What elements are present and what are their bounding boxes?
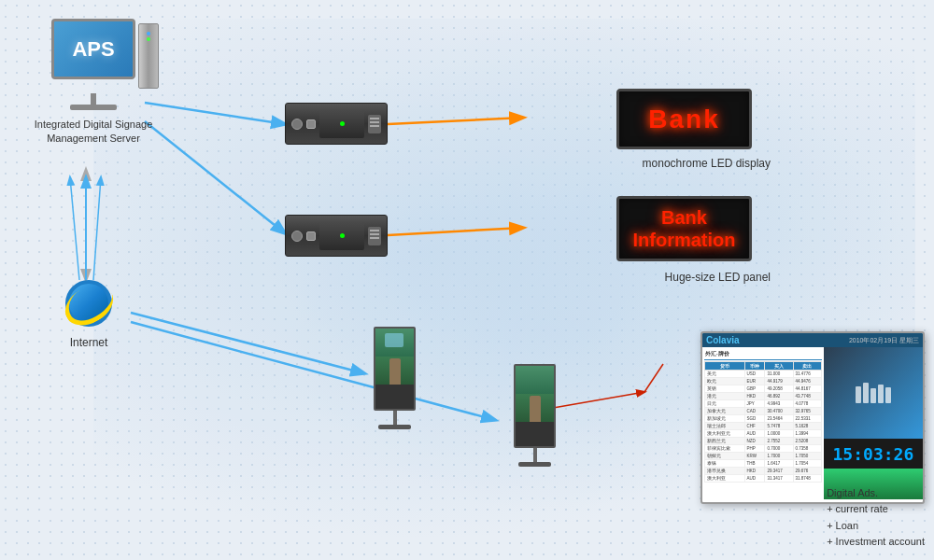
hw-pin-6 [370,237,379,239]
kiosk-image-2 [516,366,554,422]
kiosk-screen-1 [374,327,416,411]
led-bank-text: Bank [648,105,719,134]
tower-case [138,23,159,89]
tower-led-blue [147,32,150,35]
internet-icon: Internet [51,280,126,349]
hw-body-1 [319,110,364,138]
table-row: 瑞士法郎CHF5.74785.1628 [705,423,822,430]
kiosk-stand-1 [393,411,397,425]
svg-line-10 [70,177,79,280]
svg-line-4 [131,322,495,420]
ads-datetime: 2010年02月19日 星期三 [849,336,919,345]
hardware-box-2 [285,215,388,257]
ads-col-buy: 买入 [765,362,793,371]
monitor-screen: APS [51,19,135,79]
hw-port-1 [291,119,303,130]
kiosk-1 [369,327,420,429]
ads-people-image [824,347,923,439]
svg-line-5 [388,118,523,124]
kiosk-stand-2 [533,448,537,462]
table-row: 加拿大元CAD30.470032.9765 [705,408,822,415]
server-description: Integrated Digital Signage Management Se… [28,118,159,147]
kiosk-bottom-2 [516,422,554,446]
hw-connector-2 [368,227,381,245]
kiosk-base-1 [378,425,411,429]
ads-label-line3: + Loan [827,518,925,535]
kiosk-screen-2 [514,364,556,448]
svg-line-3 [131,313,364,373]
hw-port-3 [291,231,303,242]
table-row: 新西兰元NZD2.75522.5208 [705,438,822,445]
person-5 [885,387,891,403]
ads-logo: Colavia [706,335,740,345]
hw-connector-1 [368,115,381,133]
person-3 [870,388,876,403]
table-row: 朝鲜元KRW1.70001.7050 [705,453,822,460]
person-2 [863,383,869,403]
table-row: 英镑GBP49.205844.8167 [705,385,822,393]
person-4 [878,385,884,403]
internet-label: Internet [51,336,126,349]
hw-pin-3 [370,125,379,127]
ads-label-area: Digital Ads. + current rate + Loan + Inv… [827,485,925,551]
led-huge-label: Huge-size LED panel [665,271,771,284]
monitor-base [70,105,117,110]
ads-table-section: 外汇·牌价 货币 币种 买入 卖出 美元USD31.00031.4776欧元EU… [702,347,824,499]
led-huge-display: Bank Information [616,196,752,261]
kiosk-base-2 [518,462,551,467]
kiosk-image-1 [375,329,414,385]
svg-line-8 [644,364,663,392]
person-1 [856,386,861,403]
ads-clock: 15:03:26 [824,439,923,469]
digital-ads-screen: Colavia 2010年02月19日 星期三 外汇·牌价 货币 币种 买入 卖… [700,331,925,504]
hardware-box-1 [285,103,388,145]
table-row: 新加坡元SGD23.546422.5331 [705,415,822,423]
ads-table: 货币 币种 买入 卖出 美元USD31.00031.4776欧元EUR44.91… [704,361,822,483]
hw-body-2 [319,222,364,250]
ads-body: 外汇·牌价 货币 币种 买入 卖出 美元USD31.00031.4776欧元EU… [702,347,923,499]
ads-col-sell: 卖出 [793,362,821,371]
ads-section-title: 外汇·牌价 [704,349,822,360]
hw-port-4 [306,231,316,241]
people-silhouette [856,383,891,403]
monitor-stand [91,93,96,105]
table-row: 港元HKD46.89243.7748 [705,393,822,400]
table-row: 美元USD31.00031.4776 [705,371,822,378]
led-mono-display: Bank [616,89,752,149]
table-row: 欧元EUR44.917944.9476 [705,378,822,385]
table-row: 澳大利亚元AUD1.00001.3994 [705,430,822,438]
svg-line-2 [145,121,285,233]
hw-pin-1 [370,118,379,119]
led-bank-info-text: Bank Information [633,206,736,251]
led-mono-label: monochrome LED display [643,157,771,170]
hw-pin-2 [370,121,379,123]
hw-port-2 [306,119,316,129]
svg-line-6 [388,228,523,235]
table-row: 澳大利亚AUD31.341731.8748 [705,475,822,483]
tower-led-green [147,37,150,41]
hw-led-2 [340,233,345,238]
aps-monitor: APS [47,19,140,93]
table-row: 港币兑换HKD29.341729.676 [705,468,822,475]
ads-col-currency: 货币 [705,362,745,371]
table-row: 泰铢THB1.64171.7054 [705,460,822,468]
hw-pin-4 [370,230,379,231]
ads-col-code: 币种 [744,362,765,371]
ads-label-line4: + Investment account [827,534,925,551]
aps-server: APS Integrated Digital Signage Managemen… [28,19,159,147]
aps-label: APS [72,37,114,62]
ads-header: Colavia 2010年02月19日 星期三 [702,333,923,347]
ads-label-line1: Digital Ads. [827,485,925,502]
svg-line-1 [145,103,285,124]
kiosk-bottom-1 [375,385,414,409]
svg-line-11 [93,177,101,280]
kiosk-2 [509,364,560,467]
ads-right-section: 15:03:26 [824,347,923,499]
hw-pin-5 [370,233,379,235]
table-row: 菲律宾比索PHP0.70000.7358 [705,445,822,453]
hw-led-1 [340,121,345,126]
main-container: APS Integrated Digital Signage Managemen… [0,0,934,560]
ads-label-line2: + current rate [827,501,925,518]
table-row: 日元JPY4.99434.0778 [705,400,822,408]
ie-logo [64,280,115,331]
